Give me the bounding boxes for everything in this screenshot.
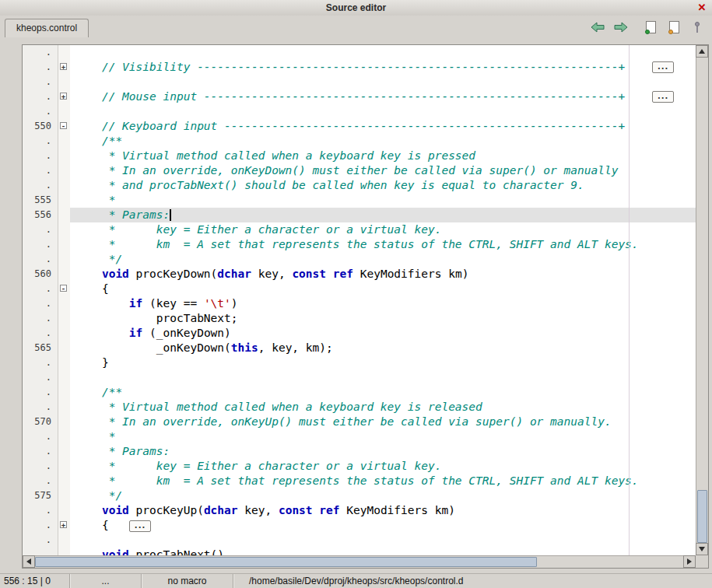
code-line[interactable]: 560 void procKeyDown(dchar key, const re… — [23, 267, 696, 282]
code-text[interactable]: * km = A set that represents the status … — [70, 474, 696, 488]
collapsed-fold-box[interactable]: ... — [652, 61, 674, 73]
vertical-scroll-thumb[interactable] — [697, 490, 707, 543]
vertical-scrollbar[interactable] — [696, 45, 708, 555]
fold-toggle-icon[interactable]: + — [60, 93, 67, 100]
code-text[interactable] — [70, 45, 696, 60]
code-line[interactable]: . * and procTabNext() should be called w… — [23, 178, 696, 193]
code-line[interactable]: . — [23, 75, 696, 89]
code-line[interactable]: 550- // Keyboard input -----------------… — [23, 119, 696, 134]
code-line[interactable]: 556 * Params: — [23, 208, 696, 222]
code-text[interactable]: * key = Either a character or a virtual … — [70, 222, 696, 237]
code-line[interactable]: . * — [23, 429, 696, 444]
code-text[interactable]: { ... — [70, 518, 696, 533]
scroll-right-button[interactable] — [683, 555, 696, 568]
fold-margin[interactable]: + — [58, 89, 70, 104]
fold-margin[interactable]: + — [58, 518, 70, 533]
code-text[interactable]: * In an override, onKeyUp() must either … — [70, 415, 696, 429]
code-text[interactable]: * km = A set that represents the status … — [70, 237, 696, 252]
pin-button[interactable] — [689, 19, 706, 36]
code-line[interactable]: .- { — [23, 282, 696, 296]
code-line[interactable]: . * key = Either a character or a virtua… — [23, 222, 696, 237]
code-line[interactable]: 570 * In an override, onKeyUp() must eit… — [23, 415, 696, 429]
nav-back-button[interactable] — [589, 19, 606, 36]
code-line[interactable]: 555 * — [23, 193, 696, 208]
horizontal-scrollbar[interactable] — [23, 555, 696, 568]
code-line[interactable]: . if (_onKeyDown) — [23, 326, 696, 341]
code-text[interactable]: /** — [70, 385, 696, 400]
code-text[interactable]: * Params: — [70, 444, 696, 459]
code-text[interactable]: void procTabNext() — [70, 548, 696, 555]
scroll-down-button[interactable] — [696, 543, 708, 555]
code-line[interactable]: . procTabNext; — [23, 311, 696, 326]
fold-margin[interactable]: - — [58, 119, 70, 134]
code-text[interactable]: { — [70, 282, 696, 296]
code-text[interactable]: * — [70, 193, 696, 208]
code-line[interactable]: . * Params: — [23, 444, 696, 459]
code-text[interactable]: // Visibility --------------------------… — [70, 60, 696, 75]
scroll-up-button[interactable] — [696, 45, 708, 58]
code-text[interactable]: */ — [70, 488, 696, 503]
code-line[interactable]: . — [23, 533, 696, 548]
code-text[interactable] — [70, 75, 696, 89]
code-line[interactable]: . * km = A set that represents the statu… — [23, 237, 696, 252]
code-text[interactable]: void procKeyUp(dchar key, const ref KeyM… — [70, 503, 696, 518]
code-text[interactable] — [70, 104, 696, 119]
code-line[interactable]: . * key = Either a character or a virtua… — [23, 459, 696, 474]
code-text[interactable]: /** — [70, 134, 696, 149]
collapsed-fold-box[interactable]: ... — [129, 520, 151, 532]
code-line[interactable]: . * km = A set that represents the statu… — [23, 474, 696, 488]
code-line[interactable]: . /** — [23, 385, 696, 400]
code-line[interactable]: . — [23, 104, 696, 119]
code-text[interactable]: * Virtual method called when a keyboard … — [70, 400, 696, 415]
fold-toggle-icon[interactable]: + — [60, 63, 67, 70]
code-line[interactable]: .+ { ... — [23, 518, 696, 533]
code-line[interactable]: 575 */ — [23, 488, 696, 503]
code-line[interactable]: . * In an override, onKeyDown() must eit… — [23, 163, 696, 178]
close-icon[interactable]: ✕ — [696, 2, 708, 14]
code-line[interactable]: . */ — [23, 252, 696, 267]
doc-green-button[interactable] — [642, 19, 659, 36]
code-line[interactable]: . void procTabNext() — [23, 548, 696, 555]
code-text[interactable]: if (key == '\t') — [70, 296, 696, 311]
scroll-left-button[interactable] — [23, 555, 35, 568]
code-line[interactable]: 565 _onKeyDown(this, key, km); — [23, 341, 696, 355]
code-text[interactable]: _onKeyDown(this, key, km); — [70, 341, 696, 355]
code-line[interactable]: . /** — [23, 134, 696, 149]
code-line[interactable]: .+ // Visibility -----------------------… — [23, 60, 696, 75]
code-text[interactable]: * In an override, onKeyDown() must eithe… — [70, 163, 696, 178]
code-text[interactable]: * key = Either a character or a virtual … — [70, 459, 696, 474]
code-text[interactable]: */ — [70, 252, 696, 267]
code-text[interactable]: void procKeyDown(dchar key, const ref Ke… — [70, 267, 696, 282]
nav-forward-button[interactable] — [612, 19, 630, 36]
doc-orange-button[interactable] — [665, 19, 682, 36]
code-text[interactable]: * Virtual method called when a keyboard … — [70, 149, 696, 163]
code-text[interactable]: if (_onKeyDown) — [70, 326, 696, 341]
fold-toggle-icon[interactable]: + — [60, 521, 67, 528]
code-line[interactable]: . if (key == '\t') — [23, 296, 696, 311]
fold-toggle-icon[interactable]: - — [60, 285, 67, 292]
code-line[interactable]: . * Virtual method called when a keyboar… — [23, 400, 696, 415]
code-text[interactable]: * Params: — [70, 208, 696, 222]
code-line[interactable]: . } — [23, 355, 696, 370]
code-text[interactable]: // Keyboard input ----------------------… — [70, 119, 696, 134]
fold-margin[interactable]: - — [58, 282, 70, 296]
code-text[interactable]: * and procTabNext() should be called whe… — [70, 178, 696, 193]
editor-surface[interactable]: ..+ // Visibility ----------------------… — [23, 45, 696, 555]
fold-toggle-icon[interactable]: - — [60, 122, 67, 129]
code-text[interactable]: procTabNext; — [70, 311, 696, 326]
code-line[interactable]: . — [23, 370, 696, 385]
code-editor[interactable]: ..+ // Visibility ----------------------… — [22, 44, 709, 569]
code-text[interactable]: * — [70, 429, 696, 444]
fold-margin[interactable]: + — [58, 60, 70, 75]
collapsed-fold-box[interactable]: ... — [652, 91, 674, 103]
code-line[interactable]: .+ // Mouse input ----------------------… — [23, 89, 696, 104]
code-text[interactable]: // Mouse input -------------------------… — [70, 89, 696, 104]
code-line[interactable]: . * Virtual method called when a keyboar… — [23, 149, 696, 163]
horizontal-scroll-thumb[interactable] — [35, 557, 537, 567]
code-text[interactable] — [70, 370, 696, 385]
code-text[interactable]: } — [70, 355, 696, 370]
tab-kheops-control[interactable]: kheops.control — [5, 19, 89, 37]
code-line[interactable]: . void procKeyUp(dchar key, const ref Ke… — [23, 503, 696, 518]
code-text[interactable] — [70, 533, 696, 548]
code-line[interactable]: . — [23, 45, 696, 60]
